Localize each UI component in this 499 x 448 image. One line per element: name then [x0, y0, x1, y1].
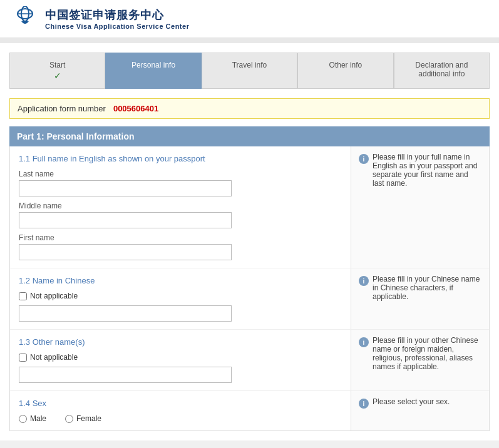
- chinese-name-title: 1.2 Name in Chinese: [19, 276, 342, 285]
- fullname-hint: Please fill in your full name in English…: [373, 153, 481, 188]
- other-names-title: 1.3 Other name(s): [19, 337, 342, 347]
- form-right-sex: i Please select your sex.: [351, 391, 489, 430]
- logo-icon: [13, 6, 38, 31]
- header: 中国签证申请服务中心 Chinese Visa Application Serv…: [0, 0, 499, 38]
- other-names-not-applicable-checkbox[interactable]: [19, 354, 27, 362]
- sex-female-label[interactable]: Female: [65, 414, 101, 423]
- tab-personal-info-label: Personal info: [131, 61, 175, 69]
- header-text: 中国签证申请服务中心 Chinese Visa Application Serv…: [45, 8, 189, 30]
- chinese-name-hint: Please fill in your Chinese name in Chin…: [373, 275, 481, 301]
- form-left-other-names: 1.3 Other name(s) Not applicable: [10, 330, 351, 390]
- form-section: 1.1 Full name in English as shown on you…: [9, 146, 490, 431]
- chinese-name-not-applicable-checkbox[interactable]: [19, 292, 27, 300]
- sex-female-radio[interactable]: [65, 415, 73, 423]
- sex-radio-group: Male Female: [19, 414, 342, 423]
- form-row-sex: 1.4 Sex Male Female i Please s: [10, 391, 489, 430]
- other-names-hint: Please fill in your other Chinese name o…: [373, 336, 481, 371]
- first-name-label: First name: [19, 233, 342, 242]
- app-number-value: 0005606401: [113, 104, 158, 113]
- tab-start-label: Start: [49, 61, 65, 69]
- form-right-chinese-name: i Please fill in your Chinese name in Ch…: [351, 268, 489, 329]
- chinese-name-not-applicable-text: Not applicable: [30, 292, 78, 300]
- app-number-bar: Application form number 0005606401: [9, 98, 490, 119]
- app-number-label: Application form number: [18, 104, 106, 113]
- sex-title: 1.4 Sex: [19, 399, 342, 408]
- other-names-not-applicable-label[interactable]: Not applicable: [19, 353, 342, 362]
- tab-other-info[interactable]: Other info: [297, 53, 393, 89]
- tab-start-checkmark: ✓: [15, 71, 100, 81]
- section-header: Part 1: Personal Information: [9, 126, 490, 146]
- sex-female-text: Female: [76, 414, 101, 423]
- last-name-label: Last name: [19, 170, 342, 178]
- other-names-input[interactable]: [19, 367, 232, 383]
- info-icon-chinese-name: i: [359, 276, 369, 286]
- chinese-name-input[interactable]: [19, 305, 232, 322]
- fullname-title: 1.1 Full name in English as shown on you…: [19, 154, 342, 163]
- tab-start[interactable]: Start ✓: [9, 53, 105, 89]
- header-english-name: Chinese Visa Application Service Center: [45, 23, 189, 30]
- form-left-sex: 1.4 Sex Male Female: [10, 391, 351, 430]
- tab-travel-info-label: Travel info: [232, 61, 267, 69]
- middle-name-label: Middle name: [19, 201, 342, 210]
- form-row-other-names: 1.3 Other name(s) Not applicable i Pleas…: [10, 330, 489, 391]
- tabs: Start ✓ Personal info Travel info Other …: [9, 53, 490, 89]
- info-icon-sex: i: [359, 399, 369, 409]
- divider: [0, 38, 499, 43]
- form-row-chinese-name: 1.2 Name in Chinese Not applicable i Ple…: [10, 268, 489, 330]
- tab-other-info-label: Other info: [329, 61, 363, 69]
- info-icon-fullname: i: [359, 154, 369, 164]
- tab-declaration-label: Declaration and additional info: [415, 61, 468, 78]
- form-right-fullname: i Please fill in your full name in Engli…: [351, 146, 489, 268]
- form-row-fullname: 1.1 Full name in English as shown on you…: [10, 146, 489, 268]
- form-left-fullname: 1.1 Full name in English as shown on you…: [10, 146, 351, 268]
- header-chinese-name: 中国签证申请服务中心: [45, 8, 189, 23]
- form-right-other-names: i Please fill in your other Chinese name…: [351, 330, 489, 390]
- sex-male-text: Male: [30, 414, 46, 423]
- middle-name-input[interactable]: [19, 212, 232, 228]
- info-icon-other-names: i: [359, 337, 369, 347]
- chinese-name-not-applicable-label[interactable]: Not applicable: [19, 292, 342, 300]
- main-container: 中国签证申请服务中心 Chinese Visa Application Serv…: [0, 0, 499, 440]
- tab-travel-info[interactable]: Travel info: [202, 53, 297, 89]
- tab-declaration[interactable]: Declaration and additional info: [394, 53, 490, 89]
- sex-hint: Please select your sex.: [373, 397, 450, 406]
- last-name-input[interactable]: [19, 180, 232, 196]
- sex-male-radio[interactable]: [19, 415, 27, 423]
- content-area: Start ✓ Personal info Travel info Other …: [0, 43, 499, 440]
- form-left-chinese-name: 1.2 Name in Chinese Not applicable: [10, 268, 351, 329]
- sex-male-label[interactable]: Male: [19, 414, 46, 423]
- first-name-input[interactable]: [19, 244, 232, 260]
- other-names-not-applicable-text: Not applicable: [30, 353, 78, 362]
- tab-personal-info[interactable]: Personal info: [105, 53, 201, 89]
